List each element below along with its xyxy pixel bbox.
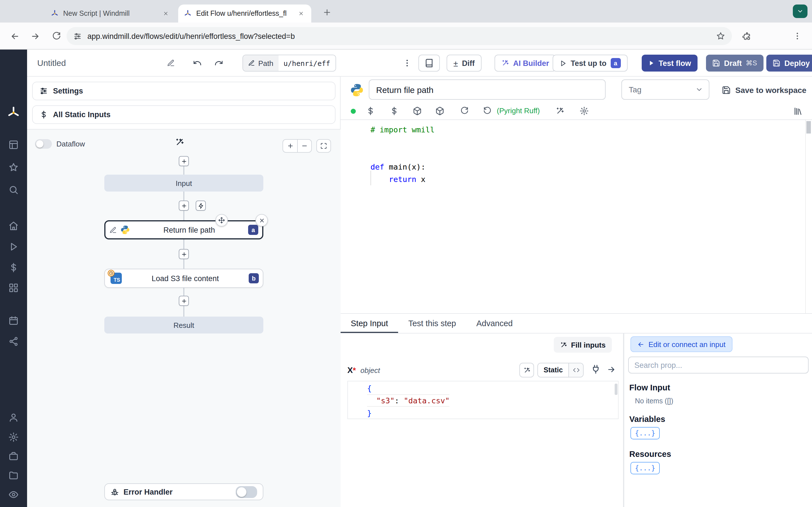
deploy-button[interactable]: Deploy xyxy=(766,55,812,71)
edit-name-icon[interactable] xyxy=(163,55,179,71)
more-options-icon[interactable] xyxy=(399,55,415,71)
address-bar[interactable]: app.windmill.dev/flows/edit/u/henri/effo… xyxy=(66,27,732,45)
node-load-s3-file[interactable]: TS Load S3 file content b xyxy=(104,269,263,288)
reset-icon[interactable] xyxy=(483,107,492,115)
error-handler-toggle[interactable] xyxy=(236,486,257,498)
indent-guide xyxy=(370,171,371,185)
add-trigger-bolt-button[interactable] xyxy=(196,201,206,211)
triggers-icon[interactable] xyxy=(8,336,19,347)
forward-button[interactable] xyxy=(28,29,42,43)
static-mode-button[interactable]: Static xyxy=(538,363,568,377)
json-scrollbar-thumb[interactable] xyxy=(615,384,617,395)
home-icon[interactable] xyxy=(8,220,19,231)
account-icon[interactable] xyxy=(8,412,19,423)
zoom-out-button[interactable] xyxy=(297,139,312,153)
variables-braces-button[interactable]: {...} xyxy=(630,427,660,439)
audit-logs-icon[interactable] xyxy=(8,489,19,500)
new-tab-button[interactable] xyxy=(321,7,333,18)
folders-icon[interactable] xyxy=(8,470,19,481)
ai-wand-icon[interactable] xyxy=(555,107,564,115)
add-step-button-3[interactable] xyxy=(179,296,189,306)
ai-fill-button[interactable] xyxy=(519,363,534,378)
save-to-workspace-button[interactable]: Save to workspace xyxy=(722,83,806,97)
back-button[interactable] xyxy=(8,29,21,43)
node-result[interactable]: Result xyxy=(104,317,263,334)
tab-test-this-step[interactable]: Test this step xyxy=(398,314,466,333)
reload-icon[interactable] xyxy=(460,107,469,115)
tab-step-input[interactable]: Step Input xyxy=(341,314,398,333)
scrollbar-thumb[interactable] xyxy=(806,121,811,133)
editor-scrollbar[interactable] xyxy=(805,120,812,313)
fill-inputs-button[interactable]: Fill inputs xyxy=(553,337,612,353)
move-step-handle[interactable] xyxy=(215,214,228,226)
browser-tab-edit-flow[interactable]: Edit Flow u/henri/effortless_fl xyxy=(178,4,311,22)
json-input-editor[interactable]: { "s3": "data.csv"} xyxy=(347,381,619,419)
static-inputs-button[interactable]: All Static Inputs xyxy=(32,105,336,124)
resources-braces-button[interactable]: {...} xyxy=(630,462,660,474)
zoom-in-button[interactable] xyxy=(283,139,297,153)
extensions-icon[interactable] xyxy=(740,29,753,43)
add-step-button-top[interactable] xyxy=(179,156,189,166)
test-up-to-button[interactable]: Test up to a xyxy=(553,55,627,71)
library-icon[interactable] xyxy=(794,107,803,116)
tab-close-icon[interactable] xyxy=(297,9,306,18)
site-settings-icon[interactable] xyxy=(73,32,82,40)
variables-icon[interactable] xyxy=(8,262,19,273)
editor-settings-icon[interactable] xyxy=(580,107,589,115)
delete-step-button[interactable] xyxy=(255,214,268,226)
workers-icon[interactable] xyxy=(8,451,19,462)
step-editor-panel: Tag Save to workspace (Pyright Ruff) # i… xyxy=(341,76,812,507)
play-icon xyxy=(648,60,655,66)
add-step-button-1[interactable] xyxy=(179,201,189,211)
resources-icon[interactable] xyxy=(8,282,19,293)
json-content[interactable]: { "s3": "data.csv"} xyxy=(348,382,450,419)
add-resource-icon[interactable] xyxy=(390,107,399,115)
code-editor[interactable]: # import wmill def main(x): return x xyxy=(341,119,812,313)
lint-status[interactable]: (Pyright Ruff) xyxy=(497,107,540,115)
browser-tab-new-script[interactable]: New Script | Windmill xyxy=(45,4,176,22)
tab-close-icon[interactable] xyxy=(161,9,170,18)
tag-select[interactable]: Tag xyxy=(621,79,709,100)
insert-arrow-icon[interactable] xyxy=(607,365,616,374)
node-input[interactable]: Input xyxy=(104,175,263,191)
add-step-button-2[interactable] xyxy=(179,249,189,259)
javascript-mode-button[interactable] xyxy=(568,363,583,377)
settings-label: Settings xyxy=(53,87,83,95)
undo-button[interactable] xyxy=(190,55,205,71)
runs-icon[interactable] xyxy=(8,241,19,252)
package-icon-2[interactable] xyxy=(435,107,444,115)
windmill-logo[interactable] xyxy=(7,106,20,119)
docs-button[interactable] xyxy=(418,55,440,71)
bookmark-star-icon[interactable] xyxy=(716,32,725,41)
package-icon[interactable] xyxy=(413,107,422,115)
apps-icon[interactable] xyxy=(8,139,19,151)
fit-view-button[interactable] xyxy=(316,139,331,153)
ai-builder-button[interactable]: AI Builder xyxy=(495,55,556,71)
add-variable-icon[interactable] xyxy=(366,107,375,115)
favorites-icon[interactable] xyxy=(8,162,19,173)
dataflow-toggle[interactable] xyxy=(35,139,52,149)
step-name-input[interactable] xyxy=(369,79,606,100)
search-icon[interactable] xyxy=(8,184,19,195)
diff-button[interactable]: ± Diff xyxy=(447,55,481,71)
path-button[interactable]: Path u/henri/eff xyxy=(243,55,336,71)
settings-icon[interactable] xyxy=(8,432,19,443)
reload-button[interactable] xyxy=(50,29,63,43)
redo-button[interactable] xyxy=(211,55,227,71)
tab-advanced[interactable]: Advanced xyxy=(466,314,523,333)
search-prop-input[interactable] xyxy=(628,356,809,374)
edit-connect-input-button[interactable]: Edit or connect an input xyxy=(630,336,732,352)
schedules-icon[interactable] xyxy=(8,315,19,326)
flow-name[interactable]: Untitled xyxy=(37,50,66,76)
connect-plug-icon[interactable] xyxy=(591,364,601,374)
browser-menu-icon[interactable] xyxy=(791,29,804,43)
draft-button[interactable]: Draft ⌘S xyxy=(706,55,763,71)
tab-search-button[interactable] xyxy=(793,4,808,18)
edit-step-pencil-icon[interactable] xyxy=(109,226,117,233)
error-handler-row[interactable]: Error Handler xyxy=(104,483,263,500)
test-flow-button[interactable]: Test flow xyxy=(642,55,697,71)
node-return-file-path[interactable]: Return file path a xyxy=(104,220,263,239)
code-content[interactable]: # import wmill def main(x): return x xyxy=(370,123,435,185)
settings-button[interactable]: Settings xyxy=(32,82,336,100)
flow-ai-wand-icon[interactable] xyxy=(175,137,185,147)
